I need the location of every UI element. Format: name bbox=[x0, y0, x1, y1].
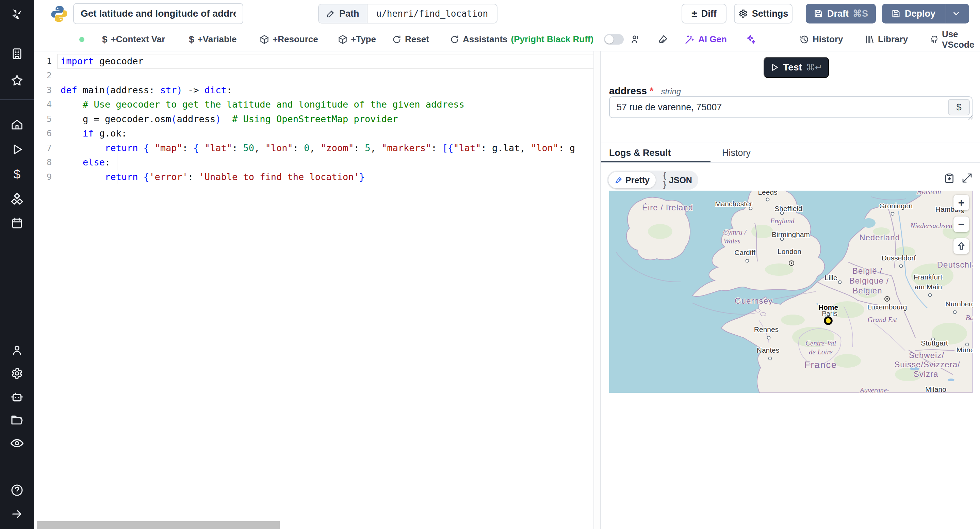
test-button[interactable]: Test ⌘↵ bbox=[764, 57, 829, 78]
assistants-button[interactable]: Assistants (Pyright Black Ruff) bbox=[450, 27, 593, 51]
play-icon bbox=[770, 63, 779, 72]
library-button[interactable]: Library bbox=[864, 27, 908, 51]
map-label: Wales bbox=[724, 237, 740, 245]
github-icon bbox=[930, 34, 939, 45]
code-line[interactable]: 4 # Use geocoder to get the latitude and… bbox=[34, 97, 601, 112]
add-resource-button[interactable]: +Resource bbox=[259, 27, 318, 51]
map-label: Birmingham bbox=[772, 231, 810, 238]
runs-play-icon[interactable] bbox=[11, 143, 24, 156]
user-icon[interactable] bbox=[11, 344, 24, 357]
code-line[interactable]: 6 if g.ok: bbox=[34, 126, 601, 141]
reset-label: Reset bbox=[405, 34, 429, 45]
audit-eye-icon[interactable] bbox=[10, 436, 24, 450]
argument-type: string bbox=[661, 87, 681, 96]
map-label: Leeds bbox=[758, 191, 777, 196]
code-content: def main(address: str) -> dict: bbox=[56, 85, 232, 95]
folders-icon[interactable] bbox=[10, 413, 24, 427]
resources-cubes-icon[interactable] bbox=[10, 193, 24, 206]
add-context-var-button[interactable]: $ +Context Var bbox=[102, 27, 165, 51]
code-content: # Use geocoder to get the latitude and l… bbox=[56, 99, 465, 110]
expand-fullscreen-icon[interactable] bbox=[962, 172, 972, 183]
tab-history[interactable]: History bbox=[722, 144, 751, 162]
map-recenter-button[interactable] bbox=[953, 238, 969, 254]
collapse-arrow-icon[interactable] bbox=[11, 508, 24, 521]
settings-gear-icon[interactable] bbox=[11, 367, 24, 380]
windmill-logo-icon[interactable] bbox=[10, 7, 24, 22]
add-type-button[interactable]: +Type bbox=[338, 27, 376, 51]
map-label: Luxembourg bbox=[867, 303, 907, 311]
ai-sparkles-button[interactable] bbox=[745, 27, 756, 51]
tab-logs-result[interactable]: Logs & Result bbox=[609, 144, 671, 162]
copy-clipboard-icon[interactable] bbox=[944, 172, 955, 183]
python-language-icon bbox=[50, 5, 69, 24]
variables-dollar-icon[interactable]: $ bbox=[14, 169, 21, 181]
toggle-knob bbox=[605, 35, 614, 43]
code-line[interactable]: 1import geocoder bbox=[34, 54, 601, 69]
deploy-dropdown[interactable] bbox=[946, 5, 966, 23]
settings-button[interactable]: Settings bbox=[734, 4, 792, 24]
code-line[interactable]: 3def main(address: str) -> dict: bbox=[34, 83, 601, 97]
draft-button[interactable]: Draft ⌘S bbox=[806, 4, 876, 24]
reset-button[interactable]: Reset bbox=[392, 27, 429, 51]
textarea-resize-handle[interactable] bbox=[969, 115, 973, 120]
code-line[interactable]: 8 else: bbox=[34, 155, 601, 170]
code-content: import geocoder bbox=[56, 56, 143, 66]
assistants-label: Assistants bbox=[463, 34, 508, 45]
address-input[interactable] bbox=[609, 96, 972, 118]
package-icon bbox=[259, 35, 269, 44]
format-brush-button[interactable] bbox=[658, 27, 668, 51]
json-view-button[interactable]: { } JSON bbox=[657, 172, 698, 188]
multiplayer-users-button[interactable] bbox=[630, 27, 640, 51]
schedules-calendar-icon[interactable] bbox=[11, 217, 24, 229]
script-title-input[interactable] bbox=[73, 3, 243, 24]
map-label: Groningen bbox=[879, 202, 913, 210]
result-tabs: Logs & Result History bbox=[601, 144, 980, 163]
chevron-down-icon bbox=[952, 9, 961, 18]
home-icon[interactable] bbox=[11, 118, 24, 131]
map-svg: LeedsÉire / IrelandManchesterSheffieldEn… bbox=[609, 191, 972, 393]
home-location-marker[interactable] bbox=[825, 317, 832, 324]
capital-marker-dot bbox=[886, 298, 888, 300]
assistants-reload-icon bbox=[450, 35, 460, 44]
type-label: +Type bbox=[351, 34, 376, 45]
map-zoom-in-button[interactable]: + bbox=[953, 195, 969, 210]
reset-icon bbox=[392, 35, 401, 44]
diff-label: Diff bbox=[701, 8, 717, 19]
sparkles-icon bbox=[745, 34, 756, 45]
deploy-main[interactable]: Deploy bbox=[885, 8, 942, 19]
map-label: Belgique / bbox=[850, 276, 889, 285]
pretty-view-button[interactable]: Pretty bbox=[608, 172, 656, 188]
history-button[interactable]: History bbox=[799, 27, 843, 51]
path-editor[interactable]: Path u/henri/find_location bbox=[318, 4, 498, 24]
use-vscode-label: Use VScode bbox=[942, 29, 980, 50]
map-label: Cymru / bbox=[723, 228, 747, 236]
editor-horizontal-scrollbar[interactable] bbox=[37, 521, 280, 529]
favorites-star-icon[interactable] bbox=[10, 74, 24, 88]
gear-icon bbox=[738, 9, 748, 18]
panel-splitter[interactable] bbox=[600, 51, 601, 529]
code-content: return { "map": { "lat": 50, "lon": 0, "… bbox=[56, 143, 575, 153]
diff-button[interactable]: ± Diff bbox=[682, 4, 727, 24]
code-editor[interactable]: 1import geocoder23def main(address: str)… bbox=[34, 51, 601, 529]
code-line[interactable]: 2 bbox=[34, 69, 601, 83]
code-line[interactable]: 7 return { "map": { "lat": 50, "lon": 0,… bbox=[34, 140, 601, 155]
map-label: Düsseldorf bbox=[882, 254, 916, 262]
add-variable-button[interactable]: $ +Variable bbox=[189, 27, 237, 51]
map-zoom-out-button[interactable]: − bbox=[953, 217, 969, 232]
use-vscode-button[interactable]: Use VScode bbox=[930, 27, 980, 51]
deploy-button[interactable]: Deploy bbox=[882, 4, 969, 24]
path-value: u/henri/find_location bbox=[368, 5, 497, 23]
map-result[interactable]: LeedsÉire / IrelandManchesterSheffieldEn… bbox=[609, 191, 972, 393]
insert-variable-button[interactable]: $ bbox=[948, 99, 970, 115]
multiplayer-toggle[interactable] bbox=[604, 34, 624, 45]
code-line[interactable]: 5 g = geocoder.osm(address) # Using Open… bbox=[34, 112, 601, 126]
code-line[interactable]: 9 return {'error': 'Unable to find the l… bbox=[34, 169, 601, 184]
assistants-detail: (Pyright Black Ruff) bbox=[511, 34, 594, 45]
workers-robot-icon[interactable] bbox=[10, 390, 24, 404]
ai-gen-button[interactable]: AI Gen bbox=[685, 27, 727, 51]
line-number: 5 bbox=[34, 114, 56, 124]
map-label: Suisse/Svizzera/ bbox=[894, 360, 960, 369]
editor-vertical-scrollbar[interactable] bbox=[593, 51, 601, 529]
help-icon[interactable] bbox=[10, 483, 24, 497]
workspace-building-icon[interactable] bbox=[11, 47, 24, 60]
